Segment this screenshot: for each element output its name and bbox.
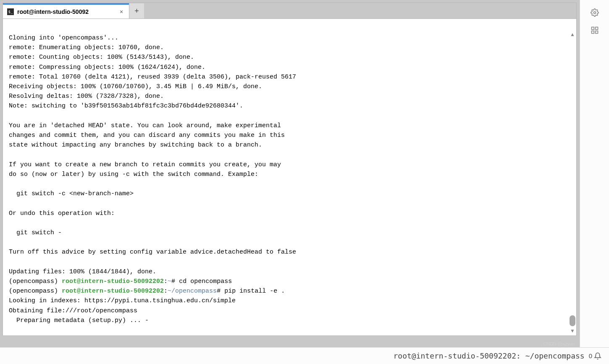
svg-rect-3 [591, 31, 594, 34]
line: You are in 'detached HEAD' state. You ca… [9, 122, 281, 129]
terminal-tab[interactable]: $_ root@intern-studio-50092 × [3, 3, 129, 18]
svg-rect-4 [595, 31, 598, 34]
line: remote: Counting objects: 100% (5143/514… [9, 54, 194, 61]
watermark: CSDN @xzyun [543, 341, 575, 346]
line: Or undo this operation with: [9, 210, 115, 217]
prompt-mark: # [171, 278, 179, 285]
side-panel [580, 0, 609, 364]
line: Obtaining file:///root/opencompass [9, 307, 137, 314]
line: git switch -c <new-branch-name> [9, 190, 134, 197]
prompt-user: root@intern-studio-50092202 [62, 288, 164, 295]
line: Receiving objects: 100% (10760/10760), 3… [9, 83, 262, 90]
line: remote: Total 10760 (delta 4121), reused… [9, 73, 296, 81]
line: git switch - [9, 229, 62, 236]
prompt-colon: : [164, 288, 168, 295]
line: do so (now or later) by using -c with th… [9, 171, 258, 178]
line: changes and commit them, and you can dis… [9, 132, 285, 139]
new-tab-button[interactable]: + [129, 3, 144, 18]
svg-rect-1 [591, 27, 594, 30]
line: If you want to create a new branch to re… [9, 161, 281, 168]
prompt-env: (opencompass) [9, 278, 62, 285]
svg-point-0 [593, 12, 596, 14]
scroll-up-icon[interactable]: ▲ [570, 31, 575, 37]
line: Note: switching to 'b39f501563ab14bf81fc… [9, 102, 243, 110]
prompt-path: ~ [168, 278, 171, 285]
prompt-command: cd opencompass [179, 278, 232, 285]
terminal-body[interactable]: Cloning into 'opencompass'... remote: En… [3, 19, 576, 335]
line: state without impacting any branches by … [9, 141, 262, 149]
prompt-mark: # [217, 288, 224, 295]
scrollbar-thumb[interactable] [570, 315, 575, 326]
bell-icon [594, 352, 601, 360]
gear-icon[interactable] [590, 8, 600, 18]
extensions-icon[interactable] [590, 25, 600, 35]
line: remote: Enumerating objects: 10760, done… [9, 44, 164, 51]
line: Resolving deltas: 100% (7328/7328), done… [9, 93, 164, 100]
status-bar: root@intern-studio-50092202: ~/opencompa… [0, 347, 609, 364]
prompt-colon: : [164, 278, 168, 285]
line: Updating files: 100% (1844/1844), done. [9, 268, 156, 275]
prompt-path: ~/opencompass [168, 288, 217, 295]
line: remote: Compressing objects: 100% (1624/… [9, 64, 205, 71]
tab-bar: $_ root@intern-studio-50092 × + [3, 3, 576, 19]
notifications-button[interactable]: 0 [589, 352, 601, 360]
terminal-icon: $_ [7, 8, 14, 15]
terminal-output: Cloning into 'opencompass'... remote: En… [9, 33, 570, 325]
line: Preparing metadata (setup.py) ... - [9, 317, 149, 324]
prompt-command: pip install -e . [224, 288, 285, 295]
prompt-user: root@intern-studio-50092202 [62, 278, 164, 285]
close-icon[interactable]: × [118, 8, 125, 15]
status-text: root@intern-studio-50092202: ~/opencompa… [394, 351, 585, 360]
svg-rect-2 [595, 27, 598, 30]
terminal-window: $_ root@intern-studio-50092 × + Cloning … [3, 3, 577, 336]
badge-count: 0 [589, 352, 592, 359]
line: Looking in indexes: https://pypi.tuna.ts… [9, 297, 236, 304]
line: Cloning into 'opencompass'... [9, 34, 118, 42]
tab-title: root@intern-studio-50092 [17, 8, 115, 15]
prompt-env: (opencompass) [9, 288, 62, 295]
line: Turn off this advice by setting config v… [9, 249, 296, 256]
scroll-down-icon[interactable]: ▼ [570, 328, 575, 334]
